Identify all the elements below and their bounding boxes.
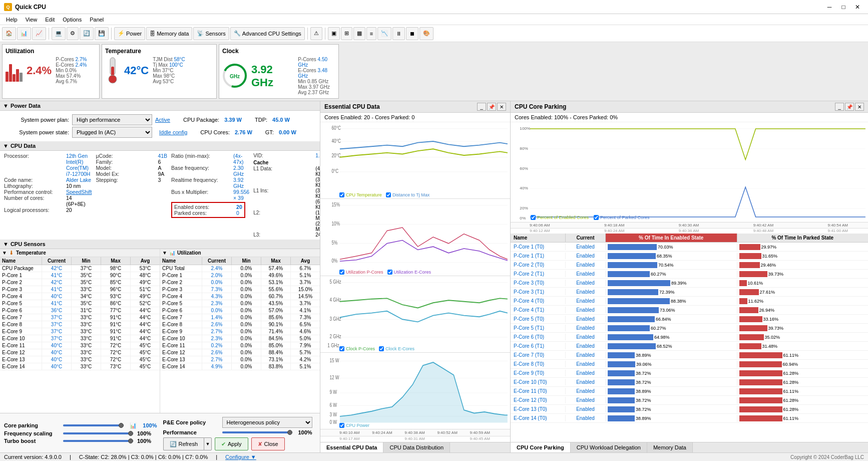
idle-config-link[interactable]: Iddle config bbox=[159, 129, 187, 135]
clock-p: 4.50 GHz bbox=[298, 57, 327, 68]
util-p-checkbox[interactable] bbox=[339, 270, 344, 275]
cpu-col3: Ratio (min-max):(4x-47x) Base frequency:… bbox=[167, 153, 249, 238]
turbo-boost-row: Turbo boost 100% bbox=[4, 438, 157, 444]
toolbar-extra-4[interactable]: ≡ bbox=[366, 27, 376, 40]
temp-max: 98°C bbox=[164, 73, 175, 79]
bottom-tabs-right: CPU Core Parking CPU Workload Delegation… bbox=[511, 442, 868, 452]
pause-icon: ⏸ bbox=[396, 31, 401, 37]
tab-memory-data[interactable]: Memory Data bbox=[647, 442, 693, 452]
configure-link[interactable]: Configure ▼ bbox=[225, 454, 256, 460]
toolbar-extra-7[interactable]: ⏹ bbox=[406, 27, 418, 40]
table-row: E-Core 13 2.7% 0.0% 73.1% 4.2% bbox=[160, 356, 320, 363]
refresh-dropdown[interactable]: ▼ bbox=[204, 437, 212, 450]
core-parking-slider[interactable] bbox=[63, 424, 124, 426]
turbo-boost-slider[interactable] bbox=[63, 440, 133, 442]
util-group-label: Utilization bbox=[177, 250, 201, 256]
maximize-button[interactable]: □ bbox=[837, 2, 850, 13]
toolbar-extra-1[interactable]: ▣ bbox=[328, 27, 340, 40]
performance-slider[interactable] bbox=[222, 431, 292, 433]
c-state-text: C-State: C2: 28.0% | C3: 0.0% | C6: 0.0%… bbox=[79, 454, 208, 460]
menu-help[interactable]: Help bbox=[2, 16, 22, 24]
freq-scaling-row: Frequency scaling 100% bbox=[4, 430, 157, 436]
home-icon: 🏠 bbox=[6, 30, 13, 37]
cp-th-enabled: % Of Time In Enabled State bbox=[606, 234, 737, 242]
toolbar-extra-5[interactable]: 📉 bbox=[377, 27, 391, 40]
toolbar-extra-2[interactable]: ⊞ bbox=[341, 27, 352, 40]
save-icon: 💾 bbox=[98, 30, 105, 37]
toolbar-extra-8[interactable]: 🎨 bbox=[419, 27, 433, 40]
toolbar-btn-4[interactable]: 💻 bbox=[52, 27, 66, 40]
toolbar-btn-refresh[interactable]: 🔄 bbox=[80, 27, 94, 40]
power-plan-select[interactable]: High performance bbox=[72, 114, 152, 125]
essential-close[interactable]: ✕ bbox=[497, 103, 506, 111]
clock-p-checkbox[interactable] bbox=[339, 346, 344, 351]
essential-pin[interactable]: 📌 bbox=[487, 103, 496, 111]
svg-text:20%: 20% bbox=[520, 206, 528, 210]
table-row: P-Core 2 42°C 35°C 85°C 49°C bbox=[0, 279, 160, 286]
enabled-checkbox[interactable] bbox=[531, 215, 536, 220]
temp-avg: 53°C bbox=[163, 79, 174, 84]
list-item: P-Core 4 (T1) Enabled 73.06% 26.94% bbox=[511, 306, 868, 315]
performance-row: Performance 100% bbox=[163, 429, 316, 435]
freq-scaling-slider[interactable] bbox=[63, 432, 133, 434]
chart2-icon: 📉 bbox=[381, 30, 388, 37]
close-button[interactable]: ✕ bbox=[851, 2, 864, 13]
toolbar-btn-5[interactable]: ⚙ bbox=[67, 27, 79, 40]
settings-icon: ⚙ bbox=[70, 30, 75, 37]
menu-edit[interactable]: Edit bbox=[41, 16, 59, 24]
active-link[interactable]: Active bbox=[155, 117, 170, 123]
parked-checkbox[interactable] bbox=[594, 215, 599, 220]
util-min: 0.0% bbox=[65, 68, 77, 73]
dist-checkbox[interactable] bbox=[386, 192, 391, 197]
power-state-select[interactable]: Plugged In (AC) bbox=[72, 127, 152, 138]
tab-workload[interactable]: CPU Workload Delegation bbox=[571, 442, 647, 452]
close-action-button[interactable]: ✘ Close bbox=[251, 437, 285, 450]
essential-minimize[interactable]: _ bbox=[477, 103, 486, 111]
toolbar-btn-2[interactable]: 📊 bbox=[17, 27, 31, 40]
cp-pin[interactable]: 📌 bbox=[845, 103, 854, 111]
clock-e-checkbox[interactable] bbox=[379, 346, 384, 351]
toolbar-extra-3[interactable]: ▦ bbox=[353, 27, 365, 40]
refresh-button[interactable]: 🔄 Refresh bbox=[163, 437, 204, 450]
cpu-icon: 💻 bbox=[55, 30, 62, 37]
util-e-checkbox[interactable] bbox=[387, 270, 392, 275]
minimize-button[interactable]: ─ bbox=[823, 2, 836, 13]
ratio-label: Ratio (min-max): bbox=[171, 153, 231, 165]
util-table-header: Name Current Min Max Avg bbox=[160, 257, 320, 265]
table-row: E-Core 8 2.6% 0.0% 90.1% 6.5% bbox=[160, 321, 320, 328]
table-row: P-Core 3 7.3% 0.0% 55.6% 15.0% bbox=[160, 286, 320, 293]
menu-options[interactable]: Options bbox=[59, 16, 86, 24]
toolbar-btn-save[interactable]: 💾 bbox=[95, 27, 109, 40]
tab-core-parking[interactable]: CPU Core Parking bbox=[511, 442, 571, 452]
cpu-sensors-section: ▼ CPU Sensors ▼ 🌡 Temperature bbox=[0, 240, 320, 413]
essential-cpu-controls: _ 📌 ✕ bbox=[477, 103, 506, 111]
cpu-data-section: ▼ CPU Data Processor:12th Gen Intel(R) C… bbox=[0, 141, 320, 240]
toolbar-btn-1[interactable]: 🏠 bbox=[2, 27, 16, 40]
cp-th-current: Current bbox=[566, 234, 606, 242]
util-details: P-Cores 2.7% E-Cores 2.4% Min 0.0% Max 5… bbox=[56, 57, 87, 84]
tab-essential-cpu[interactable]: Essential CPU Data bbox=[320, 442, 383, 452]
temp-checkbox[interactable] bbox=[339, 192, 344, 197]
core-parking-panel: CPU Core Parking _ 📌 ✕ Cores Enabled: 10… bbox=[511, 101, 868, 452]
menu-view[interactable]: View bbox=[22, 16, 42, 24]
menu-panel[interactable]: Panel bbox=[86, 16, 108, 24]
pe-policy-select[interactable]: Heterogeneous policy bbox=[222, 417, 312, 428]
toolbar-extra-6[interactable]: ⏸ bbox=[392, 27, 405, 40]
table-row: P-Core 1 2.0% 0.0% 49.6% 5.1% bbox=[160, 272, 320, 279]
alert-button[interactable]: ⚠ bbox=[310, 27, 322, 40]
power-button[interactable]: ⚡ Power bbox=[114, 27, 145, 40]
legend-util-p: Utilization P-Cores bbox=[339, 270, 383, 275]
legend-enabled-label: Percent of Enabled Cores bbox=[537, 215, 589, 220]
memory-button[interactable]: 🗄 Memory data bbox=[146, 27, 192, 40]
sensors-label: Sensors bbox=[205, 31, 225, 37]
cp-close[interactable]: ✕ bbox=[855, 103, 864, 111]
toolbar-btn-3[interactable]: 📈 bbox=[32, 27, 46, 40]
cpu-perf[interactable]: SpeedShift bbox=[66, 189, 92, 195]
sensors-button[interactable]: 📡 Sensors bbox=[193, 27, 229, 40]
cp-time-axis-sub: 9:40:12 AM 9:40:24 AM 9:40:36 AM 9:40:48… bbox=[511, 228, 868, 234]
tab-cpu-distribution[interactable]: CPU Data Distribution bbox=[383, 442, 450, 452]
advanced-button[interactable]: 🔧 Advanced CPU Settings bbox=[230, 27, 305, 40]
power-checkbox[interactable] bbox=[339, 423, 344, 428]
apply-button[interactable]: ✔ Apply bbox=[215, 437, 248, 450]
cp-minimize[interactable]: _ bbox=[835, 103, 844, 111]
